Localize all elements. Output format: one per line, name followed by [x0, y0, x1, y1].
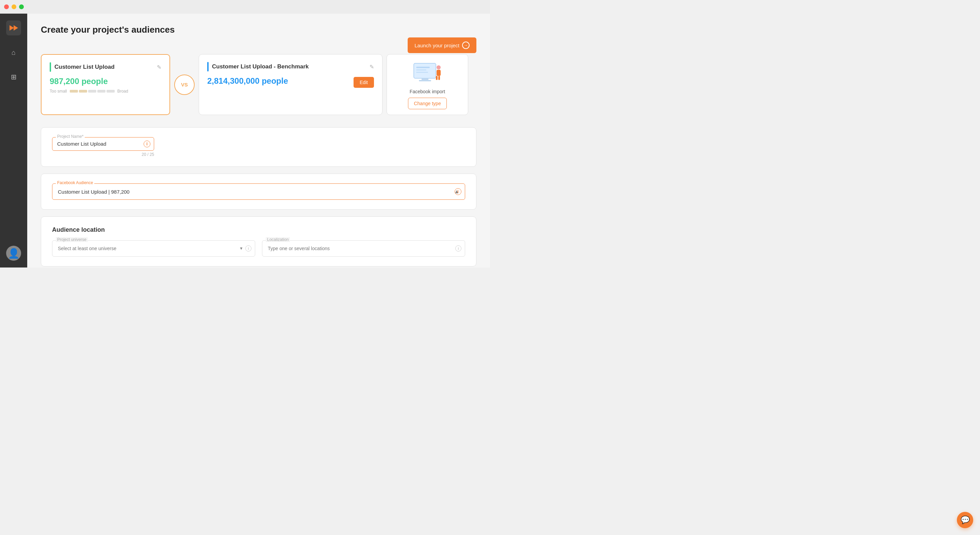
audience-card-left: Customer List Upload ✎ 987,200 people To…: [41, 54, 170, 115]
audience-card-right: Customer List Upload - Benchmark ✎ 2,814…: [199, 54, 382, 115]
localization-info-icon[interactable]: i: [455, 245, 461, 252]
project-name-input[interactable]: [57, 141, 149, 146]
sidebar-item-home[interactable]: ⌂: [6, 45, 21, 60]
localization-input[interactable]: [268, 246, 460, 251]
localization-controls: i: [455, 245, 461, 252]
facebook-audience-info-icon[interactable]: i: [455, 188, 461, 195]
project-name-info-icon[interactable]: i: [143, 140, 150, 147]
size-bar-4: [97, 90, 105, 92]
facebook-audience-controls: ▲ i: [454, 188, 460, 195]
svg-rect-0: [414, 63, 436, 78]
facebook-audience-row[interactable]: Customer List Upload | 987,200 ▲ i: [58, 188, 460, 195]
size-bars: [70, 90, 115, 92]
edit-button-right[interactable]: Edit: [353, 77, 374, 88]
project-universe-input[interactable]: [58, 246, 250, 251]
size-bar-1: [70, 90, 78, 92]
size-bar-row: Too small Broad: [50, 89, 161, 94]
localization-label: Localization: [266, 237, 290, 242]
home-icon: ⌂: [11, 49, 16, 56]
project-name-label: Project Name*: [56, 134, 85, 139]
location-fields-row: Project universe ▼ i Localization i: [52, 240, 465, 256]
svg-rect-8: [416, 69, 426, 70]
card-accent-left: [50, 62, 51, 72]
project-universe-info-icon[interactable]: i: [245, 245, 251, 252]
audience-location-section: Audience location Project universe ▼ i L…: [41, 217, 476, 266]
project-universe-controls: ▼ i: [239, 245, 251, 252]
maximize-button[interactable]: [19, 5, 24, 9]
card-accent-right: [207, 62, 208, 72]
fb-illustration: [409, 60, 446, 85]
launch-arrow-icon: →: [462, 41, 469, 49]
svg-point-3: [437, 65, 441, 69]
card-title-left: Customer List Upload: [54, 64, 115, 70]
vs-label: VS: [181, 82, 188, 88]
card-title-row-left: Customer List Upload: [50, 62, 115, 72]
svg-rect-2: [419, 80, 431, 81]
facebook-audience-label: Facebook Audience: [56, 180, 94, 185]
project-name-section: Project Name* i 20 / 25: [41, 127, 476, 167]
facebook-audience-section: Facebook Audience Customer List Upload |…: [41, 174, 476, 210]
size-bar-2: [79, 90, 87, 92]
project-name-field-wrapper: Project Name* i: [52, 137, 154, 151]
people-count-right: 2,814,300,000 people: [207, 76, 288, 86]
sidebar-logo[interactable]: [6, 21, 21, 35]
app-container: ⌂ ⊞ 👤 Create your project's audiences La…: [0, 14, 490, 268]
edit-icon-left[interactable]: ✎: [157, 64, 161, 70]
project-universe-label: Project universe: [56, 237, 88, 242]
titlebar: [0, 0, 490, 14]
audiences-row: Customer List Upload ✎ 987,200 people To…: [41, 54, 476, 115]
card-title-row-right: Customer List Upload - Benchmark: [207, 62, 309, 72]
size-bar-3: [88, 90, 96, 92]
size-label-broad: Broad: [118, 89, 128, 94]
sidebar: ⌂ ⊞ 👤: [0, 14, 27, 268]
svg-rect-5: [436, 76, 438, 80]
svg-rect-4: [437, 70, 441, 76]
size-bar-5: [107, 90, 115, 92]
facebook-import-label: Facebook import: [410, 89, 445, 94]
page-title: Create your project's audiences: [41, 24, 175, 35]
edit-icon-right[interactable]: ✎: [369, 64, 374, 70]
card-header-left: Customer List Upload ✎: [50, 62, 161, 72]
audience-location-heading: Audience location: [52, 226, 465, 234]
vs-circle: VS: [174, 75, 195, 95]
close-button[interactable]: [4, 5, 9, 9]
avatar-image: 👤: [8, 248, 20, 259]
svg-rect-9: [416, 72, 428, 73]
project-universe-field: Project universe ▼ i: [52, 240, 255, 256]
change-type-button[interactable]: Change type: [408, 98, 447, 109]
people-count-left: 987,200 people: [50, 76, 161, 86]
launch-button-label: Launch your project: [414, 43, 460, 48]
svg-rect-6: [438, 76, 440, 80]
svg-rect-7: [416, 67, 430, 68]
char-count: 20 / 25: [52, 152, 154, 157]
card-header-right: Customer List Upload - Benchmark ✎: [207, 62, 374, 72]
dropdown-arrow-icon: ▼: [239, 246, 243, 251]
size-label-small: Too small: [50, 89, 67, 94]
main-content: Create your project's audiences Launch y…: [27, 14, 490, 268]
facebook-import-card: Facebook import Change type: [387, 54, 468, 115]
facebook-audience-wrapper: Facebook Audience Customer List Upload |…: [52, 183, 465, 200]
avatar[interactable]: 👤: [6, 246, 21, 261]
logo-icon: [10, 25, 18, 30]
add-icon: ⊞: [11, 73, 17, 81]
minimize-button[interactable]: [11, 5, 16, 9]
facebook-audience-value: Customer List Upload | 987,200: [58, 189, 130, 195]
launch-project-button[interactable]: Launch your project →: [408, 37, 476, 53]
fb-illustration-svg: [409, 60, 446, 85]
localization-field: Localization i: [262, 240, 465, 256]
card-title-right: Customer List Upload - Benchmark: [212, 63, 309, 70]
sidebar-item-add[interactable]: ⊞: [6, 69, 21, 84]
